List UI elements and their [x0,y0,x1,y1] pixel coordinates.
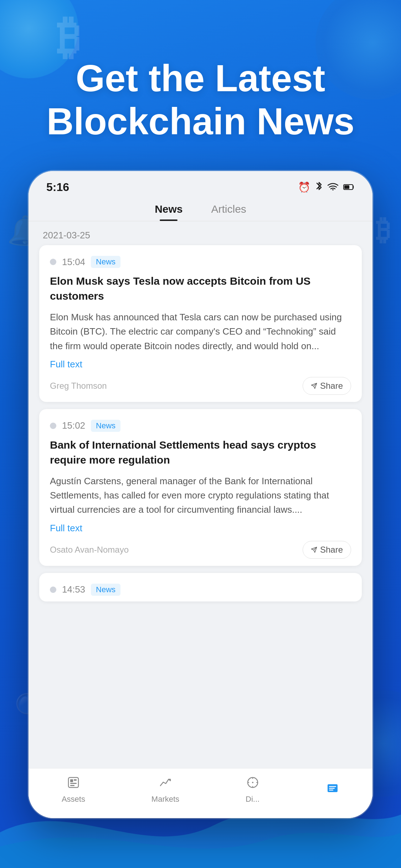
tab-bar: News Articles [29,196,372,221]
news-author-2: Osato Avan-Nomayo [50,545,129,555]
news-badge-3: News [91,584,120,596]
nav-item-discover[interactable]: Di... [246,776,259,804]
content-area[interactable]: 2021-03-25 15:04 News Elon Musk says Tes… [29,221,372,797]
news-badge-2: News [91,420,120,432]
share-button-1[interactable]: Share [303,377,351,395]
status-bar: 5:16 ⏰ [29,171,372,196]
nav-label-markets: Markets [151,795,179,804]
news-item-3: 14:53 News [39,573,362,601]
nav-item-markets[interactable]: Markets [151,776,179,804]
bluetooth-icon [315,181,323,193]
news-title-2: Bank of International Settlements head s… [50,438,351,467]
time-dot-1 [50,259,56,265]
nav-label-discover: Di... [246,795,259,804]
svg-rect-2 [344,185,349,189]
time-dot-2 [50,423,56,429]
svg-rect-7 [70,785,74,786]
nav-item-assets[interactable]: Assets [62,776,85,804]
battery-icon [343,181,355,193]
news-time-row-2: 15:02 News [50,420,351,432]
news-body-2: Agustín Carstens, general manager of the… [50,474,351,517]
svg-rect-4 [70,779,73,782]
bg-btc-icon-right: ₿ [376,214,390,247]
news-time-3: 14:53 [62,584,85,595]
news-item-1: 15:04 News Elon Musk says Tesla now acce… [39,245,362,402]
header-line2: Blockchain News [47,100,355,142]
date-section: 2021-03-25 [29,221,372,245]
alarm-icon: ⏰ [298,181,310,193]
news-time-row-3: 14:53 News [50,584,351,596]
news-author-1: Greg Thomson [50,381,107,391]
tab-news[interactable]: News [155,203,182,221]
svg-point-9 [252,782,253,783]
status-icons: ⏰ [298,181,355,193]
svg-rect-15 [329,786,336,787]
news-title-1: Elon Musk says Tesla now accepts Bitcoin… [50,274,351,304]
nav-item-news[interactable] [326,781,339,798]
header-line1: Get the Latest [76,57,325,99]
phone-mockup: 5:16 ⏰ [29,171,372,818]
svg-rect-5 [74,779,77,781]
news-full-text-2[interactable]: Full text [50,523,351,534]
news-time-1: 15:04 [62,257,85,268]
assets-icon [67,776,80,792]
bottom-nav: Assets Markets D [29,768,372,818]
news-full-text-1[interactable]: Full text [50,359,351,370]
time-dot-3 [50,587,56,593]
header-section: Get the Latest Blockchain News [0,57,401,143]
share-button-2[interactable]: Share [303,541,351,559]
news-icon [326,781,339,798]
news-item-2: 15:02 News Bank of International Settlem… [39,409,362,566]
bg-btc-icon-top: ₿ [57,11,80,64]
news-time-row-1: 15:04 News [50,256,351,268]
svg-rect-6 [70,783,77,784]
nav-label-assets: Assets [62,795,85,804]
wifi-icon [328,181,338,193]
news-time-2: 15:02 [62,420,85,431]
discover-icon [246,776,259,792]
tab-articles[interactable]: Articles [211,203,246,221]
header-title: Get the Latest Blockchain News [0,57,401,143]
news-body-1: Elon Musk has announced that Tesla cars … [50,310,351,353]
status-time: 5:16 [46,181,69,194]
news-badge-1: News [91,256,120,268]
svg-rect-17 [329,790,333,791]
news-footer-2: Osato Avan-Nomayo Share [50,541,351,559]
svg-point-0 [332,189,334,190]
svg-rect-16 [329,788,335,789]
news-footer-1: Greg Thomson Share [50,377,351,395]
markets-icon [159,776,172,792]
